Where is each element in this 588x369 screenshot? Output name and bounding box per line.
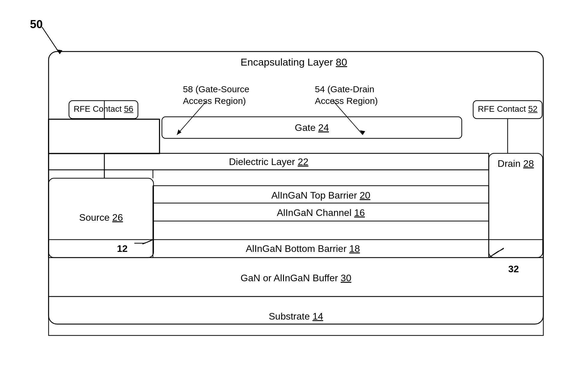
rfe56-text: RFE Contact (73, 104, 124, 114)
encapsulating-ref: 80 (336, 56, 347, 68)
annotation-58-line1: 58 (Gate-Source (183, 83, 249, 95)
rfe-contact-56-label: RFE Contact 56 (69, 104, 138, 114)
annotation-54: 54 (Gate-Drain Access Region) (315, 83, 378, 107)
dielectric-text: Dielectric Layer (229, 156, 298, 167)
ref-12-text: 12 (117, 243, 128, 254)
dielectric-ref: 22 (298, 156, 309, 167)
rfe-contact-52-label: RFE Contact 52 (473, 104, 542, 114)
rfe56-ref: 56 (124, 104, 133, 114)
dielectric-layer-label: Dielectric Layer 22 (49, 156, 489, 167)
buffer-ref: 30 (341, 273, 351, 283)
buffer-label: GaN or AlInGaN Buffer 30 (49, 273, 543, 284)
encapsulating-text: Encapsulating Layer (240, 56, 336, 68)
channel-ref: 16 (354, 207, 365, 218)
rfe52-text: RFE Contact (478, 104, 528, 114)
annotation-32: 32 (508, 264, 519, 275)
annotation-58: 58 (Gate-Source Access Region) (183, 83, 249, 107)
drain-label: Drain 28 (489, 158, 543, 169)
encapsulating-layer-label: Encapsulating Layer 80 (30, 56, 558, 68)
substrate-text: Substrate (269, 311, 312, 322)
diagram-svg (30, 18, 558, 359)
top-barrier-label: AlInGaN Top Barrier 20 (153, 190, 489, 201)
ref-32-text: 32 (508, 264, 519, 274)
annotation-54-line2: Access Region) (315, 95, 378, 107)
svg-marker-1 (56, 49, 62, 54)
source-label: Source 26 (49, 212, 154, 223)
bottom-barrier-label: AlInGaN Bottom Barrier 18 (168, 243, 438, 254)
svg-line-0 (42, 27, 60, 54)
channel-text: AlInGaN Channel (277, 207, 354, 218)
annotation-54-line1: 54 (Gate-Drain (315, 83, 378, 95)
rfe52-ref: 52 (528, 104, 537, 114)
source-text: Source (79, 212, 112, 223)
gate-text: Gate (295, 122, 318, 133)
figure-label: 50 (30, 18, 43, 31)
top-barrier-text: AlInGaN Top Barrier (271, 190, 360, 201)
gate-label: Gate 24 (162, 122, 462, 133)
substrate-ref: 14 (312, 311, 323, 322)
substrate-label: Substrate 14 (49, 311, 543, 322)
gate-ref: 24 (318, 122, 329, 133)
source-ref: 26 (112, 212, 123, 223)
annotation-12: 12 (117, 243, 128, 254)
bottom-barrier-text: AlInGaN Bottom Barrier (246, 243, 349, 254)
diagram-container: 50 (30, 18, 558, 359)
fig-number: 50 (30, 18, 43, 31)
channel-label: AlInGaN Channel 16 (153, 207, 489, 218)
svg-rect-4 (49, 119, 160, 154)
top-barrier-ref: 20 (360, 190, 371, 201)
drain-text: Drain (498, 158, 523, 169)
buffer-text: GaN or AlInGaN Buffer (240, 273, 341, 283)
annotation-58-line2: Access Region) (183, 95, 249, 107)
drain-ref: 28 (523, 158, 534, 169)
bottom-barrier-ref: 18 (349, 243, 360, 254)
